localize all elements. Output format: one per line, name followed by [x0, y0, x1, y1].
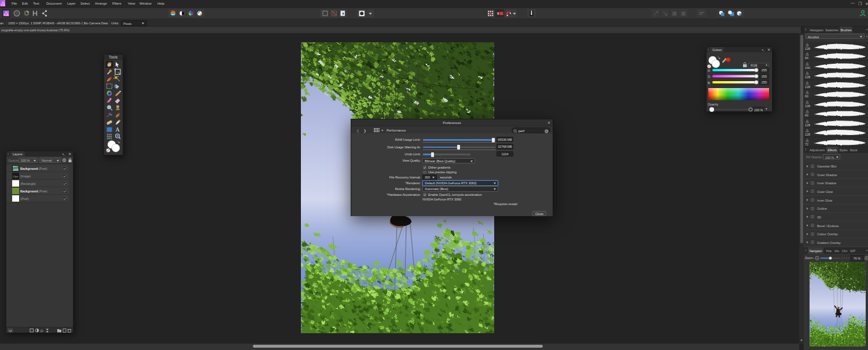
svg-text:A: A: [115, 126, 120, 133]
svg-text:B:: B:: [708, 81, 711, 85]
svg-text:100 %: 100 %: [754, 108, 763, 112]
svg-text:Opacity: Opacity: [708, 103, 719, 106]
svg-text:R:: R:: [708, 69, 711, 72]
svg-text:255: 255: [762, 81, 767, 84]
svg-text:RGB: RGB: [751, 64, 757, 67]
svg-text:255: 255: [762, 75, 767, 78]
svg-text:Ctpr: Ctpr: [13, 174, 18, 177]
svg-text:fx: fx: [41, 329, 43, 333]
svg-text:76 %: 76 %: [854, 256, 860, 260]
svg-text:G:: G:: [708, 75, 711, 78]
svg-text:255: 255: [762, 68, 767, 72]
